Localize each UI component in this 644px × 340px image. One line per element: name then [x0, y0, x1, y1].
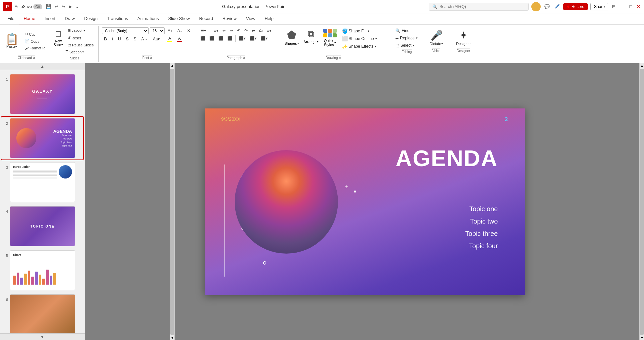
find-button[interactable]: 🔍 Find — [393, 27, 420, 34]
tab-insert[interactable]: Insert — [40, 13, 60, 24]
tab-view[interactable]: View — [241, 13, 260, 24]
tab-review[interactable]: Review — [218, 13, 241, 24]
pen-icon[interactable]: 🖊️ — [553, 3, 561, 10]
format-painter-button[interactable]: 🖌Format P. — [23, 45, 47, 51]
font-color-button[interactable]: A — [175, 35, 184, 43]
tab-animations[interactable]: Animations — [133, 13, 163, 24]
right-scroll-up[interactable]: ▲ — [640, 63, 644, 68]
canvas-date[interactable]: 9/3/20XX — [221, 116, 241, 122]
dictate-button[interactable]: 🎤 Dictate ▾ — [426, 27, 446, 48]
ltr-button[interactable]: ↷ — [243, 27, 249, 34]
shapes-button[interactable]: ⬟ Shapes▾ — [283, 27, 300, 47]
copy-button[interactable]: 📄Copy — [23, 38, 47, 44]
bold-button[interactable]: B — [102, 36, 109, 42]
shape-outline-button[interactable]: ⬜ Shape Outline ▾ — [340, 35, 383, 42]
line-spacing-button[interactable]: ≡▾ — [265, 27, 273, 34]
tab-transitions[interactable]: Transitions — [102, 13, 133, 24]
spacing-button[interactable]: A↔ — [139, 36, 150, 42]
clipboard-expand-icon[interactable]: ⧉ — [33, 56, 35, 60]
canvas-page-number[interactable]: 2 — [505, 116, 508, 122]
justify-button[interactable]: ⬛ — [226, 35, 234, 42]
increase-indent-button[interactable]: ⇒ — [228, 27, 235, 34]
reset-button[interactable]: ↺Reset — [66, 35, 96, 41]
font-name-select[interactable]: Calibri (Body) — [102, 27, 149, 34]
search-input[interactable] — [439, 4, 513, 9]
quick-styles-button[interactable]: QuickStyles▾ — [322, 27, 338, 48]
slide-thumb-2[interactable]: 2 AGENDA Topic oneTopic twoTopic threeTo… — [1, 117, 83, 159]
font-expand-icon[interactable]: ⧉ — [150, 56, 152, 60]
highlight-color-button[interactable]: A — [165, 35, 174, 43]
cut-button[interactable]: ✂Cut — [23, 31, 47, 37]
slide-thumb-4[interactable]: 4 TOPIC ONE — [1, 205, 83, 248]
shape-effects-dropdown-icon[interactable]: ▾ — [375, 45, 376, 48]
shape-fill-button[interactable]: 🪣 Shape Fill ▾ — [340, 27, 383, 35]
selection-handle[interactable] — [263, 261, 266, 265]
grow-font-button[interactable]: A↑ — [166, 27, 174, 34]
drawing-expand-icon[interactable]: ⧉ — [339, 56, 341, 60]
slide-thumb-6[interactable]: 6 — [1, 293, 83, 333]
present-icon[interactable]: ▶ — [68, 3, 73, 10]
reuse-slides-button[interactable]: 🗂Reuse Slides — [66, 42, 96, 48]
smart-art-button[interactable]: 🗂 — [257, 27, 265, 34]
align-center-button[interactable]: ⬛ — [208, 35, 216, 42]
canvas-topic-3[interactable]: Topic three — [465, 230, 498, 238]
arrange-button[interactable]: ⧉ Arrange▾ — [302, 27, 320, 45]
text-direction-button[interactable]: ⬛▾ — [248, 35, 258, 42]
close-icon[interactable]: ✕ — [636, 3, 641, 10]
autosave-toggle[interactable]: Off — [33, 4, 42, 9]
italic-button[interactable]: I — [110, 36, 115, 42]
slide-thumb-3[interactable]: 3 Introduction — [1, 161, 83, 204]
tab-record[interactable]: Record — [194, 13, 218, 24]
decrease-indent-button[interactable]: ⇐ — [221, 27, 227, 34]
align-right-button[interactable]: ⬛ — [217, 35, 225, 42]
scroll-down-arrow[interactable]: ▼ — [170, 335, 174, 340]
numbering-button[interactable]: ⋮≡▾ — [208, 27, 220, 34]
tab-home[interactable]: Home — [19, 13, 40, 24]
tab-design[interactable]: Design — [80, 13, 102, 24]
right-scrollbar[interactable]: ▲ ▼ — [639, 63, 644, 340]
shape-outline-dropdown-icon[interactable]: ▾ — [375, 37, 377, 40]
comments-icon[interactable]: 💬 — [543, 3, 551, 10]
shrink-font-button[interactable]: A↓ — [175, 27, 184, 34]
font-size-select[interactable]: 18 — [150, 27, 165, 34]
section-button[interactable]: ☰Section▾ — [63, 49, 86, 55]
tab-slideshow[interactable]: Slide Show — [163, 13, 194, 24]
slide-panel-scroll-up[interactable]: ▲ — [0, 63, 85, 70]
scroll-thumb[interactable] — [170, 69, 174, 335]
right-scroll-thumb[interactable] — [640, 69, 644, 335]
minimize-icon[interactable]: — — [619, 3, 626, 10]
shape-effects-button[interactable]: ✨ Shape Effects ▾ — [340, 43, 383, 50]
slide-panel-scroll-down[interactable]: ▼ — [0, 333, 85, 340]
rtl-button[interactable]: ↶ — [235, 27, 242, 34]
vertical-align-button[interactable]: ⬛▾ — [259, 35, 269, 42]
layout-icon[interactable]: ⊞ — [611, 3, 617, 10]
select-button[interactable]: ⬚ Select ▾ — [393, 42, 420, 49]
case-button[interactable]: Aa▾ — [151, 36, 162, 42]
bullets-button[interactable]: ☰▾ — [199, 27, 208, 34]
save-icon[interactable]: 💾 — [45, 3, 52, 10]
slide-canvas[interactable]: 9/3/20XX 2 PRESENTATION TITLE + AGENDA T… — [205, 108, 525, 295]
scroll-up-arrow[interactable]: ▲ — [170, 63, 174, 68]
customize-qat-icon[interactable]: ⌄ — [74, 3, 80, 10]
redo-icon[interactable]: ↪ — [61, 3, 66, 10]
slide-thumb-1[interactable]: 1 GALAXY — [1, 73, 83, 115]
shape-fill-dropdown-icon[interactable]: ▾ — [368, 29, 369, 33]
vertical-scrollbar[interactable]: ▲ ▼ — [170, 63, 175, 340]
slide-thumb-5[interactable]: 5 Chart — [1, 249, 83, 292]
share-button[interactable]: Share — [590, 3, 608, 10]
designer-button[interactable]: ✦ Designer — [453, 27, 474, 48]
tab-file[interactable]: File — [3, 13, 19, 24]
canvas-topic-2[interactable]: Topic two — [465, 218, 498, 225]
columns-button[interactable]: ⬛▾ — [237, 35, 247, 42]
maximize-icon[interactable]: □ — [628, 3, 633, 10]
paste-button[interactable]: 📋 Paste▾ — [5, 34, 19, 48]
canvas-topic-4[interactable]: Topic four — [465, 242, 498, 250]
align-left-button[interactable]: ⬛ — [199, 35, 207, 42]
tab-help[interactable]: Help — [260, 13, 278, 24]
tab-draw[interactable]: Draw — [60, 13, 79, 24]
shadow-button[interactable]: S — [132, 36, 138, 42]
canvas-agenda-title[interactable]: AGENDA — [396, 145, 498, 171]
canvas-topic-1[interactable]: Topic one — [465, 205, 498, 213]
underline-button[interactable]: U — [116, 36, 123, 42]
paragraph-expand-icon[interactable]: ⧉ — [243, 56, 245, 60]
